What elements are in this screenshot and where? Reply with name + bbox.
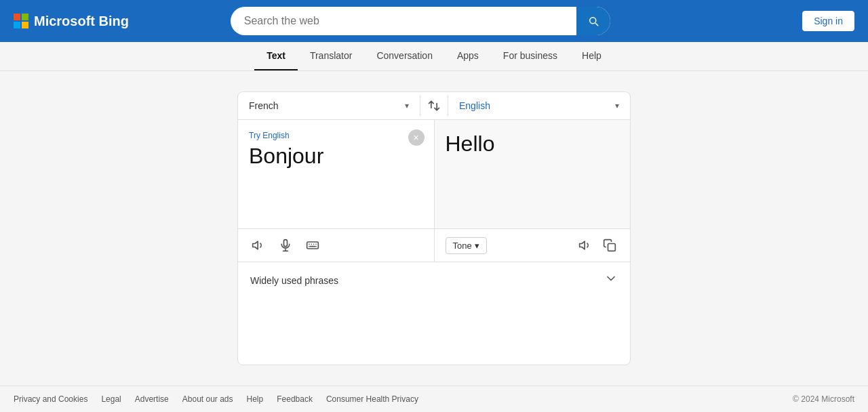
clear-button[interactable]: ×	[408, 129, 425, 146]
source-panel-actions	[238, 229, 435, 262]
footer: Privacy and Cookies Legal Advertise Abou…	[0, 386, 868, 412]
footer-link-help[interactable]: Help	[247, 394, 264, 404]
speaker-icon	[252, 239, 265, 252]
keyboard-button[interactable]	[303, 236, 322, 255]
source-language-selector[interactable]: French ▾	[238, 94, 420, 118]
translation-panels: Try English Bonjour × Hello	[238, 120, 630, 228]
nav-item-text[interactable]: Text	[254, 42, 298, 70]
target-text: Hello	[446, 131, 620, 157]
search-bar	[231, 7, 610, 35]
microsoft-logo-icon	[14, 14, 28, 28]
tone-chevron-icon: ▾	[475, 241, 479, 251]
target-action-icons	[576, 236, 619, 255]
target-speaker-icon	[578, 239, 592, 252]
footer-copyright: © 2024 Microsoft	[793, 394, 854, 404]
footer-link-feedback[interactable]: Feedback	[277, 394, 313, 404]
footer-link-privacy[interactable]: Privacy and Cookies	[14, 394, 87, 404]
main-content: French ▾ English ▾ Try English	[0, 71, 868, 386]
search-input[interactable]	[231, 7, 610, 35]
target-panel-actions: Tone ▾	[435, 229, 631, 262]
target-language-selector[interactable]: English ▾	[448, 94, 630, 118]
swap-languages-button[interactable]	[420, 92, 448, 119]
copy-icon	[603, 239, 616, 252]
phrases-row[interactable]: Widely used phrases	[238, 262, 630, 298]
microphone-button[interactable]	[276, 236, 295, 255]
source-lang-chevron-icon: ▾	[405, 101, 409, 110]
search-icon	[587, 15, 599, 27]
swap-icon	[427, 99, 441, 112]
main-nav: Text Translator Conversation Apps For bu…	[0, 42, 868, 71]
footer-link-about-ads[interactable]: About our ads	[182, 394, 233, 404]
microphone-icon	[279, 239, 292, 252]
svg-rect-1	[307, 242, 319, 249]
tone-label: Tone	[453, 241, 472, 251]
source-language-label: French	[249, 100, 279, 111]
nav-item-for-business[interactable]: For business	[491, 42, 570, 70]
target-panel: Hello	[435, 120, 631, 228]
header-right: Sign in	[802, 11, 854, 31]
try-english-link[interactable]: English	[262, 131, 289, 140]
source-panel: Try English Bonjour ×	[238, 120, 435, 228]
svg-rect-2	[608, 244, 616, 251]
phrases-label: Widely used phrases	[250, 275, 338, 286]
translator-card: French ▾ English ▾ Try English	[237, 91, 631, 365]
nav-item-apps[interactable]: Apps	[445, 42, 491, 70]
try-prefix: Try	[249, 131, 262, 140]
source-speaker-button[interactable]	[249, 236, 268, 255]
try-hint: Try English	[249, 131, 423, 140]
logo-text: Microsoft Bing	[34, 14, 129, 29]
search-button[interactable]	[576, 7, 610, 35]
nav-item-conversation[interactable]: Conversation	[364, 42, 445, 70]
tone-button[interactable]: Tone ▾	[446, 237, 487, 254]
source-text: Bonjour	[249, 143, 423, 169]
logo-link[interactable]: Microsoft Bing	[14, 14, 129, 29]
phrases-collapse-icon	[604, 272, 618, 289]
header: Microsoft Bing Sign in	[0, 0, 868, 42]
footer-link-consumer-health[interactable]: Consumer Health Privacy	[326, 394, 418, 404]
language-selectors: French ▾ English ▾	[238, 92, 630, 120]
target-lang-chevron-icon: ▾	[615, 101, 619, 110]
panel-actions: Tone ▾	[238, 228, 630, 262]
footer-link-advertise[interactable]: Advertise	[135, 394, 169, 404]
target-speaker-button[interactable]	[576, 236, 595, 255]
footer-link-legal[interactable]: Legal	[101, 394, 121, 404]
nav-item-translator[interactable]: Translator	[298, 42, 365, 70]
sign-in-button[interactable]: Sign in	[802, 11, 854, 31]
target-language-label: English	[459, 100, 490, 111]
copy-button[interactable]	[600, 236, 619, 255]
keyboard-icon	[306, 239, 319, 252]
nav-item-help[interactable]: Help	[570, 42, 614, 70]
svg-rect-0	[284, 240, 288, 247]
